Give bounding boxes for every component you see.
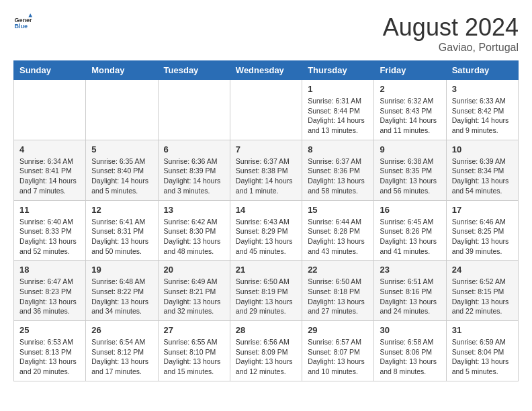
day-info: Sunrise: 6:37 AM Sunset: 8:38 PM Dayligh… [236, 156, 296, 196]
day-number: 23 [380, 265, 440, 275]
day-number: 16 [380, 205, 440, 215]
day-number: 6 [164, 144, 224, 154]
calendar-week-row: 1Sunrise: 6:31 AM Sunset: 8:44 PM Daylig… [14, 80, 519, 140]
calendar-week-row: 4Sunrise: 6:34 AM Sunset: 8:41 PM Daylig… [14, 140, 519, 200]
day-info: Sunrise: 6:57 AM Sunset: 8:07 PM Dayligh… [308, 337, 368, 377]
day-info: Sunrise: 6:44 AM Sunset: 8:28 PM Dayligh… [308, 217, 368, 257]
day-info: Sunrise: 6:54 AM Sunset: 8:12 PM Dayligh… [91, 337, 152, 377]
calendar-cell: 12Sunrise: 6:41 AM Sunset: 8:31 PM Dayli… [86, 200, 158, 261]
calendar-cell: 26Sunrise: 6:54 AM Sunset: 8:12 PM Dayli… [86, 321, 158, 381]
day-info: Sunrise: 6:45 AM Sunset: 8:26 PM Dayligh… [380, 217, 440, 257]
day-info: Sunrise: 6:50 AM Sunset: 8:18 PM Dayligh… [308, 277, 368, 316]
calendar-cell: 24Sunrise: 6:52 AM Sunset: 8:15 PM Dayli… [446, 261, 518, 321]
day-info: Sunrise: 6:41 AM Sunset: 8:31 PM Dayligh… [91, 217, 152, 257]
day-number: 13 [164, 205, 224, 215]
day-number: 4 [19, 144, 80, 154]
day-info: Sunrise: 6:36 AM Sunset: 8:39 PM Dayligh… [164, 156, 224, 196]
calendar-cell: 10Sunrise: 6:39 AM Sunset: 8:34 PM Dayli… [446, 140, 518, 200]
calendar-cell: 16Sunrise: 6:45 AM Sunset: 8:26 PM Dayli… [374, 200, 446, 261]
calendar-week-row: 25Sunrise: 6:53 AM Sunset: 8:13 PM Dayli… [14, 321, 519, 381]
weekday-header-sunday: Sunday [14, 61, 86, 80]
calendar-cell: 20Sunrise: 6:49 AM Sunset: 8:21 PM Dayli… [158, 261, 230, 321]
day-number: 12 [91, 205, 152, 215]
calendar-week-row: 18Sunrise: 6:47 AM Sunset: 8:23 PM Dayli… [14, 261, 519, 321]
day-number: 29 [308, 325, 368, 335]
day-info: Sunrise: 6:39 AM Sunset: 8:34 PM Dayligh… [452, 156, 513, 196]
calendar-cell: 18Sunrise: 6:47 AM Sunset: 8:23 PM Dayli… [14, 261, 86, 321]
day-number: 1 [308, 84, 368, 94]
page-subtitle: Gaviao, Portugal [383, 42, 519, 54]
day-info: Sunrise: 6:49 AM Sunset: 8:21 PM Dayligh… [164, 277, 224, 316]
calendar-cell: 2Sunrise: 6:32 AM Sunset: 8:43 PM Daylig… [374, 80, 446, 140]
day-number: 10 [452, 144, 513, 154]
day-number: 17 [452, 205, 513, 215]
svg-text:Blue: Blue [14, 23, 28, 30]
day-info: Sunrise: 6:35 AM Sunset: 8:40 PM Dayligh… [91, 156, 152, 196]
day-number: 31 [452, 325, 513, 335]
logo-icon: General Blue [13, 13, 32, 32]
day-info: Sunrise: 6:50 AM Sunset: 8:19 PM Dayligh… [236, 277, 296, 316]
calendar-cell: 31Sunrise: 6:59 AM Sunset: 8:04 PM Dayli… [446, 321, 518, 381]
day-number: 14 [236, 205, 296, 215]
day-number: 26 [91, 325, 152, 335]
day-number: 9 [380, 144, 440, 154]
day-number: 18 [19, 265, 80, 275]
calendar-cell: 14Sunrise: 6:43 AM Sunset: 8:29 PM Dayli… [230, 200, 302, 261]
calendar-cell: 30Sunrise: 6:58 AM Sunset: 8:06 PM Dayli… [374, 321, 446, 381]
day-info: Sunrise: 6:55 AM Sunset: 8:10 PM Dayligh… [164, 337, 224, 377]
day-number: 3 [452, 84, 513, 94]
calendar-cell: 1Sunrise: 6:31 AM Sunset: 8:44 PM Daylig… [302, 80, 374, 140]
day-number: 15 [308, 205, 368, 215]
calendar-cell: 22Sunrise: 6:50 AM Sunset: 8:18 PM Dayli… [302, 261, 374, 321]
calendar-cell: 15Sunrise: 6:44 AM Sunset: 8:28 PM Dayli… [302, 200, 374, 261]
calendar-cell: 6Sunrise: 6:36 AM Sunset: 8:39 PM Daylig… [158, 140, 230, 200]
day-info: Sunrise: 6:42 AM Sunset: 8:30 PM Dayligh… [164, 217, 224, 257]
day-info: Sunrise: 6:47 AM Sunset: 8:23 PM Dayligh… [19, 277, 80, 316]
calendar-cell: 13Sunrise: 6:42 AM Sunset: 8:30 PM Dayli… [158, 200, 230, 261]
day-info: Sunrise: 6:46 AM Sunset: 8:25 PM Dayligh… [452, 217, 513, 257]
day-info: Sunrise: 6:31 AM Sunset: 8:44 PM Dayligh… [308, 96, 368, 136]
day-number: 25 [19, 325, 80, 335]
calendar-cell: 5Sunrise: 6:35 AM Sunset: 8:40 PM Daylig… [86, 140, 158, 200]
calendar-cell: 7Sunrise: 6:37 AM Sunset: 8:38 PM Daylig… [230, 140, 302, 200]
day-info: Sunrise: 6:58 AM Sunset: 8:06 PM Dayligh… [380, 337, 440, 377]
calendar-cell: 25Sunrise: 6:53 AM Sunset: 8:13 PM Dayli… [14, 321, 86, 381]
day-number: 28 [236, 325, 296, 335]
day-number: 22 [308, 265, 368, 275]
day-number: 27 [164, 325, 224, 335]
day-number: 8 [308, 144, 368, 154]
day-info: Sunrise: 6:53 AM Sunset: 8:13 PM Dayligh… [19, 337, 80, 377]
calendar-cell: 8Sunrise: 6:37 AM Sunset: 8:36 PM Daylig… [302, 140, 374, 200]
day-info: Sunrise: 6:43 AM Sunset: 8:29 PM Dayligh… [236, 217, 296, 257]
weekday-header-saturday: Saturday [446, 61, 518, 80]
weekday-header-wednesday: Wednesday [230, 61, 302, 80]
day-info: Sunrise: 6:51 AM Sunset: 8:16 PM Dayligh… [380, 277, 440, 316]
day-info: Sunrise: 6:52 AM Sunset: 8:15 PM Dayligh… [452, 277, 513, 316]
svg-marker-2 [28, 13, 32, 17]
weekday-header-thursday: Thursday [302, 61, 374, 80]
day-number: 21 [236, 265, 296, 275]
calendar-cell: 4Sunrise: 6:34 AM Sunset: 8:41 PM Daylig… [14, 140, 86, 200]
day-number: 5 [91, 144, 152, 154]
title-block: August 2024 Gaviao, Portugal [383, 13, 519, 54]
weekday-header-monday: Monday [86, 61, 158, 80]
weekday-header-tuesday: Tuesday [158, 61, 230, 80]
day-info: Sunrise: 6:32 AM Sunset: 8:43 PM Dayligh… [380, 96, 440, 136]
calendar-cell [14, 80, 86, 140]
calendar-cell: 17Sunrise: 6:46 AM Sunset: 8:25 PM Dayli… [446, 200, 518, 261]
weekday-header-friday: Friday [374, 61, 446, 80]
page-header: General Blue August 2024 Gaviao, Portuga… [13, 13, 519, 54]
page-title: August 2024 [383, 13, 519, 42]
day-info: Sunrise: 6:38 AM Sunset: 8:35 PM Dayligh… [380, 156, 440, 196]
calendar-cell: 27Sunrise: 6:55 AM Sunset: 8:10 PM Dayli… [158, 321, 230, 381]
svg-text:General: General [14, 17, 32, 24]
day-number: 7 [236, 144, 296, 154]
calendar-table: SundayMondayTuesdayWednesdayThursdayFrid… [13, 60, 519, 381]
day-info: Sunrise: 6:34 AM Sunset: 8:41 PM Dayligh… [19, 156, 80, 196]
calendar-cell [86, 80, 158, 140]
day-info: Sunrise: 6:40 AM Sunset: 8:33 PM Dayligh… [19, 217, 80, 257]
calendar-week-row: 11Sunrise: 6:40 AM Sunset: 8:33 PM Dayli… [14, 200, 519, 261]
day-number: 11 [19, 205, 80, 215]
calendar-cell [158, 80, 230, 140]
day-number: 2 [380, 84, 440, 94]
